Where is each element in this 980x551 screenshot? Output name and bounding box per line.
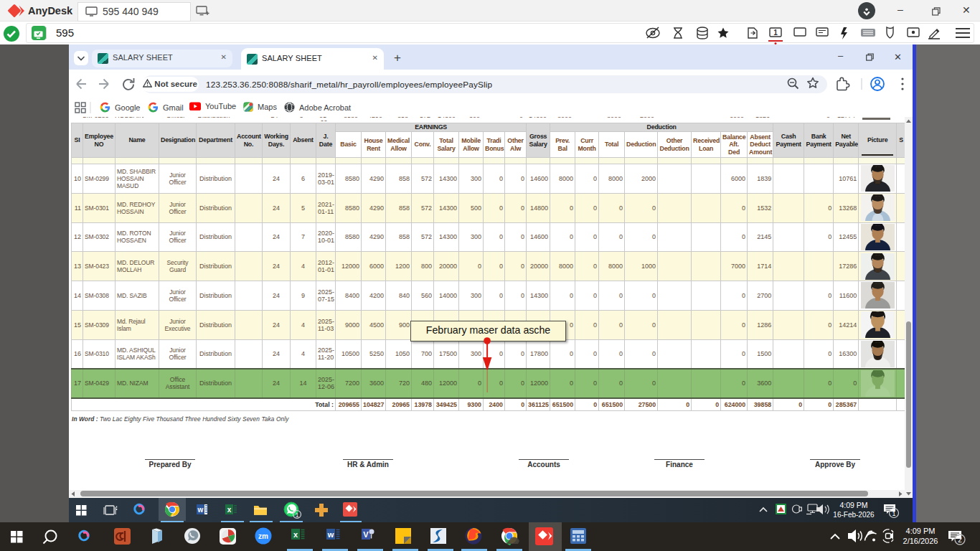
svg-text:x: x [293,530,298,539]
svg-text:w: w [327,530,334,539]
svg-text:w: w [197,506,204,514]
svg-text:2: 2 [958,536,962,544]
svg-text:x: x [227,506,232,514]
svg-text:2/16/2026: 2/16/2026 [903,537,938,545]
svg-text:4:09 PM: 4:09 PM [906,527,936,535]
svg-text:V: V [363,530,369,539]
svg-text:zm: zm [258,532,268,540]
svg-text:4:09 PM: 4:09 PM [839,501,867,509]
svg-text:1: 1 [773,29,778,37]
svg-text:16-Feb-2026: 16-Feb-2026 [833,511,875,519]
svg-text:1: 1 [892,510,895,517]
svg-text:1: 1 [296,512,299,519]
